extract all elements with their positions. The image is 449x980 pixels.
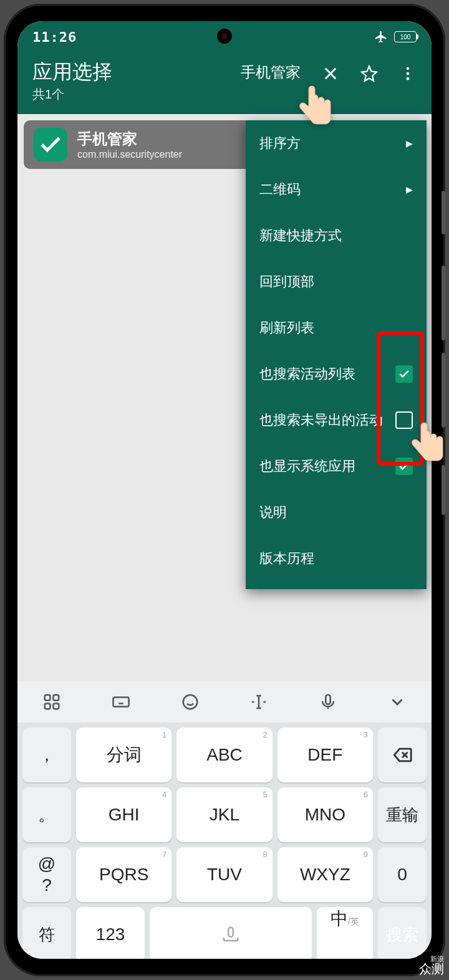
svg-point-8 xyxy=(183,695,197,709)
app-name: 手机管家 xyxy=(77,129,182,149)
svg-point-0 xyxy=(407,67,410,70)
battery-icon: 100 xyxy=(394,31,417,42)
keyboard: ， 1分词 2ABC 3DEF 。 4GHI 5JKL 6MNO 重输 @? 7… xyxy=(17,723,432,959)
key-at-question[interactable]: @? xyxy=(22,847,71,902)
key-wxyz[interactable]: 9WXYZ xyxy=(278,847,373,902)
mic-icon[interactable] xyxy=(319,693,337,711)
checkbox-unchecked-icon[interactable] xyxy=(395,411,413,429)
camera-notch xyxy=(217,29,232,44)
key-mno[interactable]: 6MNO xyxy=(278,787,373,842)
key-tuv[interactable]: 8TUV xyxy=(176,847,272,902)
svg-rect-9 xyxy=(326,695,331,704)
menu-version-history[interactable]: 版本历程 xyxy=(246,536,427,582)
key-123[interactable]: 123 xyxy=(76,907,145,959)
key-comma[interactable]: ， xyxy=(22,728,71,782)
page-title: 应用选择 xyxy=(32,59,112,86)
keyboard-icon[interactable] xyxy=(112,693,130,711)
key-pqrs[interactable]: 7PQRS xyxy=(76,847,171,902)
apps-icon[interactable] xyxy=(42,693,61,711)
key-jkl[interactable]: 5JKL xyxy=(176,787,272,842)
menu-about[interactable]: 说明 xyxy=(246,489,427,536)
menu-qrcode[interactable]: 二维码▶ xyxy=(246,166,427,213)
svg-rect-4 xyxy=(54,695,59,701)
svg-rect-6 xyxy=(54,704,59,709)
svg-point-1 xyxy=(407,72,410,75)
key-search[interactable]: 搜索 xyxy=(378,907,427,959)
key-space[interactable] xyxy=(150,907,312,959)
menu-refresh[interactable]: 刷新列表 xyxy=(246,305,427,351)
more-icon[interactable] xyxy=(399,65,417,82)
backspace-icon xyxy=(392,744,413,766)
key-period[interactable]: 。 xyxy=(22,787,71,842)
airplane-icon xyxy=(374,30,388,44)
key-backspace[interactable] xyxy=(378,728,427,782)
svg-rect-5 xyxy=(45,704,51,709)
svg-rect-3 xyxy=(45,695,51,701)
app-icon xyxy=(34,128,67,161)
key-ghi[interactable]: 4GHI xyxy=(76,787,171,842)
svg-rect-10 xyxy=(228,928,233,937)
key-lang[interactable]: 中/英 xyxy=(317,907,373,959)
chevron-down-icon[interactable] xyxy=(388,693,407,711)
app-header: 应用选择 共1个 手机管家 xyxy=(17,52,432,114)
page-subtitle: 共1个 xyxy=(32,86,112,103)
menu-search-activities[interactable]: 也搜索活动列表 xyxy=(246,351,427,397)
overflow-menu: 排序方▶ 二维码▶ 新建快捷方式 回到顶部 刷新列表 也搜索活动列表 也搜索未导… xyxy=(246,120,427,589)
key-clear[interactable]: 重输 xyxy=(378,787,427,842)
key-symbols[interactable]: 符 xyxy=(22,907,71,959)
svg-rect-7 xyxy=(113,698,128,707)
app-package: com.miui.securitycenter xyxy=(77,149,182,160)
keyboard-toolbar xyxy=(17,681,432,723)
key-zero[interactable]: 0 xyxy=(378,847,427,902)
emoji-icon[interactable] xyxy=(181,693,200,711)
search-input[interactable]: 手机管家 xyxy=(241,62,301,85)
checkbox-checked-icon[interactable] xyxy=(395,365,413,383)
checkbox-checked-icon[interactable] xyxy=(395,458,413,475)
menu-show-system[interactable]: 也显示系统应用 xyxy=(246,443,427,489)
svg-point-2 xyxy=(407,77,410,80)
close-icon[interactable] xyxy=(322,65,339,82)
key-def[interactable]: 3DEF xyxy=(278,728,373,782)
key-abc[interactable]: 2ABC xyxy=(176,728,272,782)
watermark: 新浪 众测 xyxy=(419,956,444,975)
menu-scroll-top[interactable]: 回到顶部 xyxy=(246,259,427,305)
clock: 11:26 xyxy=(32,29,77,45)
cursor-icon[interactable] xyxy=(249,693,268,711)
space-icon xyxy=(221,925,240,944)
key-split[interactable]: 1分词 xyxy=(76,728,171,782)
menu-search-unexported[interactable]: 也搜索未导出的活动 xyxy=(246,397,427,443)
menu-sort[interactable]: 排序方▶ xyxy=(246,120,427,166)
menu-new-shortcut[interactable]: 新建快捷方式 xyxy=(246,213,427,259)
star-icon[interactable] xyxy=(360,65,378,82)
